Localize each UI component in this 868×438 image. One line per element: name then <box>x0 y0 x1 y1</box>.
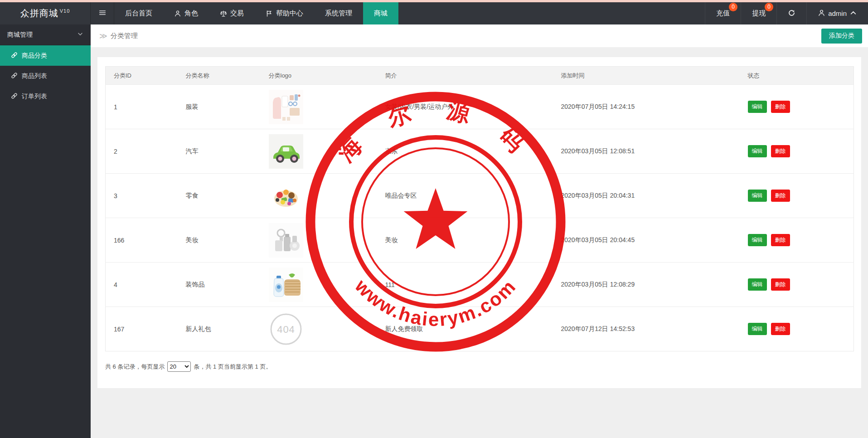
cell-category-logo <box>261 85 377 129</box>
edit-button[interactable]: 编辑 <box>748 145 767 157</box>
delete-button[interactable]: 删除 <box>771 323 790 335</box>
table-row: 1服装女装/内衣/男装/运动户外2020年07月05日 14:24:15编辑删除 <box>106 85 854 129</box>
link-icon <box>11 92 18 101</box>
table-row: 167新人礼包404新人免费领取2020年07月12日 14:52:53编辑删除 <box>106 307 854 351</box>
nav-item-label: 商城 <box>374 9 388 18</box>
cell-category-name: 装饰品 <box>178 263 261 307</box>
main-nav: 后台首页角色交易帮助中心系统管理商城 <box>114 2 398 24</box>
edit-button[interactable]: 编辑 <box>748 323 767 335</box>
nav-item-label: 交易 <box>230 9 244 18</box>
delete-button[interactable]: 删除 <box>771 278 790 291</box>
person-icon <box>174 10 181 17</box>
withdraw-label: 提现 <box>752 9 766 18</box>
table-row: 4装饰品1112020年03月05日 12:08:29编辑删除 <box>106 263 854 307</box>
sidebar-item-product-category[interactable]: 商品分类 <box>0 45 91 66</box>
delete-button[interactable]: 删除 <box>771 190 790 202</box>
table-row: 2汽车京东2020年03月05日 12:08:51编辑删除 <box>106 129 854 174</box>
content-area: 分类ID分类名称分类logo简介添加时间状态 1服装女装/内衣/男装/运动户外2… <box>91 47 868 406</box>
per-page-select[interactable]: 20 <box>167 361 191 372</box>
cell-category-id: 1 <box>106 85 178 129</box>
hamburger-icon <box>98 9 107 19</box>
cell-added-time: 2020年03月05日 12:08:29 <box>553 263 740 307</box>
edit-button[interactable]: 编辑 <box>748 278 767 291</box>
cell-category-id: 167 <box>106 307 178 351</box>
green-car-image <box>269 134 303 169</box>
nav-item-trade[interactable]: 交易 <box>209 2 255 24</box>
edit-button[interactable]: 编辑 <box>748 101 767 113</box>
pagination-suffix: 条，共 1 页当前显示第 1 页。 <box>194 363 272 371</box>
add-category-button[interactable]: 添加分类 <box>821 29 862 44</box>
cell-category-name: 服装 <box>178 85 261 129</box>
pagination: 共 6 条记录，每页显示 20 条，共 1 页当前显示第 1 页。 <box>105 361 853 372</box>
cell-category-logo: 404 <box>261 307 377 351</box>
scales-icon <box>220 10 227 17</box>
cell-added-time: 2020年03月05日 20:04:31 <box>553 174 740 218</box>
recharge-badge: 0 <box>729 3 737 11</box>
withdraw-badge: 0 <box>765 3 773 11</box>
column-header-id: 分类ID <box>106 67 178 85</box>
breadcrumb-arrow-icon: ≫ <box>99 31 107 41</box>
sidebar-item-product-list[interactable]: 商品列表 <box>0 66 91 86</box>
cell-status-actions: 编辑删除 <box>740 129 854 174</box>
user-icon <box>818 9 825 18</box>
table-row: 166美妆美妆2020年03月05日 20:04:45编辑删除 <box>106 218 854 263</box>
sidebar: 商城管理 商品分类商品列表订单列表 <box>0 24 91 438</box>
sidebar-section-label: 商城管理 <box>7 31 33 39</box>
nav-item-mall[interactable]: 商城 <box>363 2 398 24</box>
edit-button[interactable]: 编辑 <box>748 190 767 202</box>
top-navbar: 众拼商城 V10 后台首页角色交易帮助中心系统管理商城 充值 0 提现 0 ad… <box>0 2 868 24</box>
category-table-card: 分类ID分类名称分类logo简介添加时间状态 1服装女装/内衣/男装/运动户外2… <box>97 57 861 388</box>
cell-category-logo <box>261 263 377 307</box>
delete-button[interactable]: 删除 <box>771 101 790 113</box>
nav-item-label: 系统管理 <box>325 9 352 18</box>
recharge-button[interactable]: 充值 0 <box>705 2 741 24</box>
sidebar-item-label: 商品列表 <box>22 72 47 80</box>
sidebar-toggle-button[interactable] <box>91 2 114 24</box>
cell-status-actions: 编辑删除 <box>740 263 854 307</box>
nav-item-label: 后台首页 <box>125 9 152 18</box>
cell-category-intro: 美妆 <box>377 218 553 263</box>
cell-added-time: 2020年03月05日 20:04:45 <box>553 218 740 263</box>
column-header-status: 状态 <box>740 67 854 85</box>
snacks-pile-image <box>269 179 303 213</box>
category-table: 分类ID分类名称分类logo简介添加时间状态 1服装女装/内衣/男装/运动户外2… <box>105 66 854 351</box>
refresh-button[interactable] <box>776 2 806 24</box>
sidebar-item-label: 商品分类 <box>22 52 47 60</box>
recharge-label: 充值 <box>716 9 730 18</box>
withdraw-button[interactable]: 提现 0 <box>741 2 776 24</box>
app-logo: 众拼商城 V10 <box>0 2 91 24</box>
cell-category-name: 美妆 <box>178 218 261 263</box>
page-title: 分类管理 <box>111 32 138 40</box>
nav-item-help-center[interactable]: 帮助中心 <box>255 2 314 24</box>
cell-category-id: 4 <box>106 263 178 307</box>
column-header-time: 添加时间 <box>553 67 740 85</box>
detergent-bottle-image <box>269 268 303 302</box>
chevron-down-icon <box>77 31 83 39</box>
delete-button[interactable]: 删除 <box>771 234 790 246</box>
user-name: admin <box>828 10 847 17</box>
cell-category-name: 零食 <box>178 174 261 218</box>
refresh-icon <box>788 9 795 18</box>
nav-item-system[interactable]: 系统管理 <box>314 2 363 24</box>
cell-added-time: 2020年03月05日 12:08:51 <box>553 129 740 174</box>
cell-category-intro: 新人免费领取 <box>377 307 553 351</box>
flag-icon <box>266 10 273 17</box>
cell-category-name: 汽车 <box>178 129 261 174</box>
column-header-name: 分类名称 <box>178 67 261 85</box>
link-icon <box>11 52 18 60</box>
nav-item-dashboard[interactable]: 后台首页 <box>114 2 163 24</box>
column-header-intro: 简介 <box>377 67 553 85</box>
edit-button[interactable]: 编辑 <box>748 234 767 246</box>
sidebar-item-order-list[interactable]: 订单列表 <box>0 86 91 107</box>
column-header-logo: 分类logo <box>261 67 377 85</box>
navbar-right: 充值 0 提现 0 admin <box>705 2 868 24</box>
chevron-up-icon <box>849 9 857 18</box>
delete-button[interactable]: 删除 <box>771 145 790 157</box>
nav-item-roles[interactable]: 角色 <box>163 2 209 24</box>
cell-category-name: 新人礼包 <box>178 307 261 351</box>
sidebar-section-mall-management[interactable]: 商城管理 <box>0 24 91 45</box>
cell-category-id: 166 <box>106 218 178 263</box>
link-icon <box>11 72 18 80</box>
404-placeholder-image: 404 <box>269 312 303 346</box>
user-menu[interactable]: admin <box>806 2 868 24</box>
